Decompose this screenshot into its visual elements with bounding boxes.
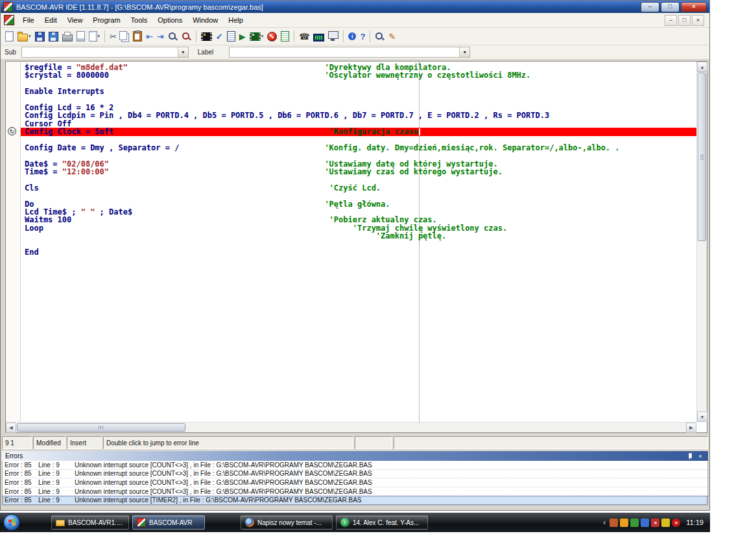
terminal-emulator-icon[interactable]: ☎ — [297, 29, 311, 43]
chevron-down-icon[interactable]: ▼ — [459, 47, 469, 57]
app-icon — [3, 2, 13, 12]
sub-combobox[interactable]: ▼ — [21, 47, 189, 58]
tray-icon[interactable]: × — [672, 519, 680, 527]
print-preview-icon — [77, 31, 85, 41]
find-in-files-icon[interactable] — [373, 29, 386, 43]
help-icon: ? — [360, 32, 365, 41]
open-file-icon[interactable]: ▾ — [16, 29, 33, 43]
taskbar-button[interactable]: BASCOM-AVR — [132, 515, 205, 530]
horizontal-scroll-thumb[interactable] — [17, 423, 185, 432]
taskbar-clock[interactable]: 11:19 — [686, 519, 704, 526]
maximize-button[interactable]: □ — [661, 2, 680, 12]
chevron-down-icon[interactable]: ▼ — [178, 47, 188, 57]
horizontal-scrollbar[interactable]: ◀ ▶ — [6, 422, 696, 432]
code-line — [25, 96, 696, 104]
print-icon[interactable] — [60, 29, 75, 43]
error-row[interactable]: Error : 85Line : 9Unknown interrupt sour… — [3, 487, 707, 496]
menu-item-program[interactable]: Program — [88, 14, 125, 26]
tray-icon[interactable] — [620, 519, 628, 527]
taskbar-button[interactable]: Napisz nowy temat -... — [241, 515, 333, 530]
taskbar-button[interactable]: BASCOM-AVR1.11.8.7 — [51, 515, 129, 530]
tray-icon[interactable] — [610, 519, 618, 527]
error-row[interactable]: Error : 85Line : 9Unknown interrupt sour… — [3, 496, 707, 505]
menu-item-file[interactable]: File — [18, 14, 40, 26]
taskbar-button[interactable]: ♪14. Alex C. feat. Y-As... — [336, 515, 428, 530]
error-row[interactable]: Error : 85Line : 9Unknown interrupt sour… — [3, 461, 707, 470]
find-icon — [168, 32, 178, 41]
scroll-down-arrow[interactable]: ▼ — [697, 412, 707, 422]
compile-icon[interactable] — [199, 29, 214, 43]
menu-item-edit[interactable]: Edit — [40, 14, 62, 26]
print-preview-icon[interactable] — [75, 29, 87, 43]
vertical-scrollbar[interactable]: ▲ ▼ — [696, 62, 707, 422]
code-comment: 'Czyść Lcd. — [329, 183, 381, 192]
tray-icon[interactable] — [630, 519, 639, 527]
program-chip-icon[interactable]: ▾ — [248, 29, 266, 43]
show-result-icon[interactable] — [225, 29, 237, 43]
chevron-down-icon[interactable]: ▾ — [29, 34, 31, 39]
stop-icon[interactable] — [265, 29, 279, 43]
tray-chevron-icon[interactable]: ‹ — [603, 518, 606, 527]
toolbar-separator — [196, 30, 196, 42]
copy-icon[interactable] — [119, 29, 131, 43]
scroll-left-arrow[interactable]: ◀ — [6, 423, 16, 433]
navigator-row: Sub ▼ Label ▼ — [1, 45, 709, 60]
pdf-report-icon[interactable] — [279, 29, 291, 43]
find-icon[interactable] — [166, 29, 180, 43]
paste-icon[interactable] — [131, 29, 144, 43]
start-button[interactable] — [3, 514, 20, 531]
tray-icon[interactable]: × — [651, 519, 659, 527]
indent-icon[interactable]: ⇥ — [155, 29, 166, 43]
help-icon[interactable]: ? — [358, 29, 367, 43]
chevron-down-icon[interactable]: ▾ — [261, 34, 264, 39]
scroll-up-arrow[interactable]: ▲ — [697, 62, 707, 72]
scroll-right-arrow[interactable]: ▶ — [686, 423, 696, 433]
save-all-icon[interactable] — [47, 29, 60, 43]
save-file-icon[interactable] — [33, 29, 47, 43]
error-row[interactable]: Error : 85Line : 9Unknown interrupt sour… — [3, 478, 707, 487]
label-combobox[interactable]: ▼ — [229, 47, 470, 58]
minimize-button[interactable]: – — [641, 2, 659, 12]
code-line — [25, 80, 696, 88]
unindent-icon: ⇤ — [146, 32, 153, 41]
new-file-icon — [5, 31, 14, 41]
editor-options-icon[interactable]: ✎ — [386, 29, 397, 43]
mdi-close-button[interactable]: × — [692, 15, 704, 26]
menu-item-tools[interactable]: Tools — [126, 14, 153, 26]
lcd-designer-icon[interactable] — [311, 29, 326, 43]
tray-icon[interactable] — [641, 519, 649, 527]
menu-item-options[interactable]: Options — [152, 14, 187, 26]
close-icon[interactable]: × — [696, 452, 705, 460]
menu-item-view[interactable]: View — [62, 14, 88, 26]
menu-item-help[interactable]: Help — [223, 14, 248, 26]
close-button[interactable]: × — [681, 2, 707, 12]
new-file-icon[interactable] — [3, 29, 16, 43]
pin-icon[interactable] — [685, 452, 694, 460]
program-chip-icon — [250, 32, 261, 41]
cut-icon[interactable]: ✂ — [108, 29, 119, 43]
simulate-icon[interactable]: ▶ — [237, 29, 248, 43]
error-row[interactable]: Error : 85Line : 9Unknown interrupt sour… — [3, 470, 707, 479]
tray-icon[interactable] — [661, 519, 670, 527]
taskbar-button-label: BASCOM-AVR1.11.8.7 — [68, 519, 124, 526]
code-area[interactable]: $regfile = "m8def.dat" 'Dyrektywy dla ko… — [21, 62, 696, 422]
modified-cell: Modified — [33, 436, 65, 449]
error-line-marker-icon: ↻ — [8, 127, 16, 135]
code-line: End — [25, 248, 696, 256]
code-comment: 'Konfiguracja czasu — [329, 127, 418, 136]
vertical-scroll-thumb[interactable] — [698, 73, 706, 241]
monitor-icon[interactable] — [326, 29, 340, 43]
mdi-minimize-button[interactable]: – — [665, 15, 677, 26]
syntax-check-icon[interactable]: ✓ — [214, 29, 225, 43]
chevron-down-icon[interactable]: ▾ — [98, 34, 101, 39]
code-editor[interactable]: ↻ $regfile = "m8def.dat" 'Dyrektywy dla … — [5, 61, 707, 433]
info-icon[interactable]: i — [346, 29, 358, 43]
find-next-icon[interactable] — [180, 29, 193, 43]
mdi-restore-button[interactable]: □ — [678, 15, 691, 26]
page-options-icon[interactable]: ▾ — [87, 29, 102, 43]
menu-item-window[interactable]: Window — [187, 14, 223, 26]
status-bar: 9 1 Modified Insert Double click to jump… — [2, 436, 708, 449]
title-bar: BASCOM-AVR IDE [1.11.8.7] - [G:\BSCOM-AV… — [1, 1, 709, 13]
unindent-icon[interactable]: ⇤ — [144, 29, 155, 43]
firefox-icon — [245, 518, 254, 527]
